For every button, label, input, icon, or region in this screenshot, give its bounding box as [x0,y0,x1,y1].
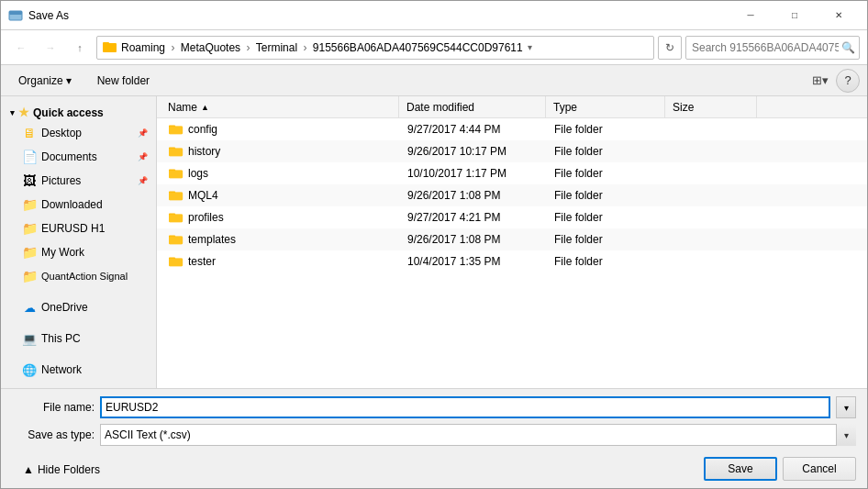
sidebar-item-onedrive[interactable]: ☁ OneDrive [1,295,156,319]
save-as-dialog: Save As ─ □ ✕ ← → ↑ Roaming › MetaQuotes… [0,0,868,489]
sidebar-item-eurusd[interactable]: 📁 EURUSD H1 [1,217,156,240]
sidebar-item-network[interactable]: 🌐 Network [1,358,156,382]
sidebar-divider-2 [1,319,156,327]
table-row[interactable]: MQL4 9/26/2017 1:08 PM File folder [157,184,867,206]
sort-indicator: ▲ [201,103,209,112]
organize-label: Organize [18,74,63,87]
pictures-icon: 🖼 [22,173,37,188]
table-row[interactable]: logs 10/10/2017 1:17 PM File folder [157,162,867,184]
file-name-cell: templates [161,232,400,247]
pictures-label: Pictures [41,174,81,187]
my-work-label: My Work [41,246,84,259]
up-button[interactable]: ↑ [67,36,93,60]
network-label: Network [41,363,82,376]
search-wrapper: 🔍 [685,36,860,60]
sidebar-item-pictures[interactable]: 🖼 Pictures 📌 [1,169,156,193]
file-type-cell: File folder [547,233,666,246]
breadcrumb-roaming[interactable]: Roaming [121,41,165,54]
sidebar-item-downloaded[interactable]: 📁 Downloaded [1,193,156,217]
svg-rect-3 [103,42,109,45]
quantaction-icon: 📁 [22,269,37,283]
filename-row: File name: ▾ [12,396,856,418]
eurusd-icon: 📁 [22,221,37,236]
breadcrumb-bar[interactable]: Roaming › MetaQuotes › Terminal › 915566… [96,36,654,60]
documents-icon: 📄 [22,150,37,164]
organize-dropdown-icon: ▾ [66,74,72,87]
breadcrumb-sep3: › [303,41,309,54]
refresh-button[interactable]: ↻ [658,36,682,60]
svg-rect-24 [169,258,183,266]
quantaction-label: QuantAction Signal [41,271,128,282]
help-button[interactable]: ? [836,69,860,93]
maximize-button[interactable]: □ [773,1,816,30]
table-row[interactable]: templates 9/26/2017 1:08 PM File folder [157,228,867,250]
save-button[interactable]: Save [704,457,777,481]
breadcrumb-sep2: › [246,41,252,54]
breadcrumb-folder-id[interactable]: 915566BA06ADA407569C544CC0D97611 [313,41,523,54]
organize-button[interactable]: Organize ▾ [8,69,82,93]
column-size-header[interactable]: Size [665,96,757,117]
new-folder-button[interactable]: New folder [87,69,160,93]
desktop-icon: 🖥 [22,126,37,140]
sidebar-item-documents[interactable]: 📄 Documents 📌 [1,145,156,169]
quick-access-header[interactable]: ▾ ★ Quick access [1,100,156,121]
breadcrumb-metaquotes[interactable]: MetaQuotes [181,41,240,54]
title-bar: Save As ─ □ ✕ [1,1,867,30]
sidebar-divider-3 [1,350,156,358]
this-pc-label: This PC [41,332,81,345]
toolbar-right: ⊞▾ ? [808,69,860,93]
filename-dropdown-button[interactable]: ▾ [836,396,856,418]
table-row[interactable]: tester 10/4/2017 1:35 PM File folder [157,250,867,272]
sidebar-item-desktop[interactable]: 🖥 Desktop 📌 [1,121,156,145]
search-icon: 🔍 [841,41,855,54]
file-rows-container: config 9/27/2017 4:44 PM File folder his… [157,118,867,272]
table-row[interactable]: profiles 9/27/2017 4:21 PM File folder [157,206,867,228]
close-button[interactable]: ✕ [818,1,860,30]
file-date-cell: 10/4/2017 1:35 PM [400,255,547,268]
file-name-cell: history [161,144,400,159]
back-button[interactable]: ← [8,36,34,60]
sidebar-item-my-work[interactable]: 📁 My Work [1,240,156,264]
bottom-section: File name: ▾ Save as type: ASCII Text (*… [1,388,867,453]
filetype-row: Save as type: ASCII Text (*.csv) CSV (Co… [12,424,856,446]
sidebar: ▾ ★ Quick access 🖥 Desktop 📌 📄 Documents… [1,96,157,388]
hide-folders-label: Hide Folders [38,463,100,476]
sidebar-item-quantaction[interactable]: 📁 QuantAction Signal [1,264,156,288]
view-button[interactable]: ⊞▾ [808,69,832,93]
svg-rect-9 [169,148,183,156]
filetype-select[interactable]: ASCII Text (*.csv) CSV (Comma delimited)… [100,424,856,446]
quick-access-label: Quick access [33,106,104,119]
file-name-cell: tester [161,254,400,269]
svg-rect-1 [9,11,22,15]
desktop-label: Desktop [41,127,82,139]
column-name-header[interactable]: Name ▲ [161,96,399,117]
my-work-icon: 📁 [22,245,37,260]
breadcrumb-terminal[interactable]: Terminal [256,41,297,54]
hide-folders-button[interactable]: ▲ Hide Folders [12,460,111,478]
svg-rect-6 [169,126,183,134]
column-type-header[interactable]: Type [546,96,665,117]
onedrive-label: OneDrive [41,301,88,314]
file-date-cell: 9/26/2017 10:17 PM [400,145,547,158]
file-list-header: Name ▲ Date modified Type Size [157,96,867,118]
sidebar-item-this-pc[interactable]: 💻 This PC [1,327,156,350]
dialog-title: Save As [28,9,729,22]
svg-rect-18 [169,214,183,222]
file-type-cell: File folder [547,189,666,202]
cancel-button[interactable]: Cancel [783,457,856,481]
filetype-select-wrapper: ASCII Text (*.csv) CSV (Comma delimited)… [100,424,856,446]
column-date-header[interactable]: Date modified [399,96,546,117]
onedrive-icon: ☁ [22,300,37,315]
minimize-button[interactable]: ─ [729,1,772,30]
breadcrumb-dropdown-button[interactable]: ▾ [523,36,538,60]
search-input[interactable] [685,36,860,60]
svg-rect-21 [169,236,183,244]
forward-button[interactable]: → [38,36,63,60]
table-row[interactable]: history 9/26/2017 10:17 PM File folder [157,140,867,162]
downloaded-label: Downloaded [41,198,103,211]
table-row[interactable]: config 9/27/2017 4:44 PM File folder [157,118,867,140]
file-date-cell: 9/26/2017 1:08 PM [400,233,547,246]
sidebar-divider-1 [1,288,156,295]
eurusd-label: EURUSD H1 [41,222,105,235]
filename-input[interactable] [100,396,830,418]
